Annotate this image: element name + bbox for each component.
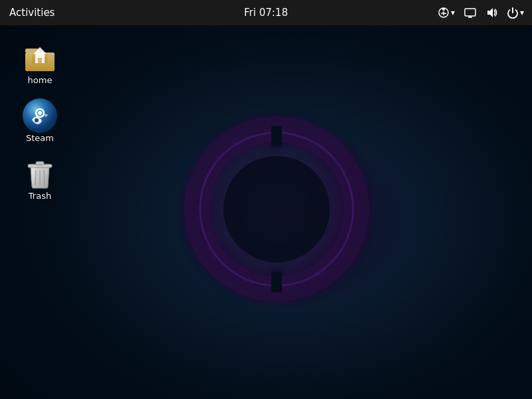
svg-rect-10 — [465, 9, 475, 16]
topbar-right-icons: ▾ — [434, 0, 532, 25]
svg-rect-25 — [36, 162, 44, 165]
svg-point-3 — [223, 156, 330, 263]
accessibility-icon[interactable]: ▾ — [434, 4, 459, 21]
steam-icon-desktop[interactable]: Steam — [7, 94, 73, 147]
svg-marker-13 — [487, 8, 493, 17]
activities-button[interactable]: Activities — [0, 0, 64, 25]
trash-icon-desktop[interactable]: Trash — [7, 152, 73, 205]
svg-point-23 — [35, 118, 39, 122]
clock: Fri 07:18 — [244, 7, 288, 19]
power-icon[interactable]: ▾ — [503, 4, 528, 21]
desktop-bg-logo — [180, 113, 373, 306]
desktop: Activities Fri 07:18 ▾ — [0, 0, 532, 399]
screen-icon[interactable] — [460, 4, 480, 21]
svg-rect-19 — [38, 58, 42, 63]
volume-icon[interactable] — [481, 4, 501, 21]
svg-rect-4 — [273, 129, 281, 146]
home-icon[interactable]: home — [7, 37, 73, 89]
svg-point-22 — [38, 111, 42, 115]
desktop-icons-container: home Steam — [0, 30, 80, 211]
trash-label: Trash — [29, 191, 51, 201]
topbar: Activities Fri 07:18 ▾ — [0, 0, 532, 25]
svg-rect-5 — [273, 273, 281, 290]
steam-label: Steam — [26, 133, 54, 143]
home-label: home — [28, 75, 53, 85]
